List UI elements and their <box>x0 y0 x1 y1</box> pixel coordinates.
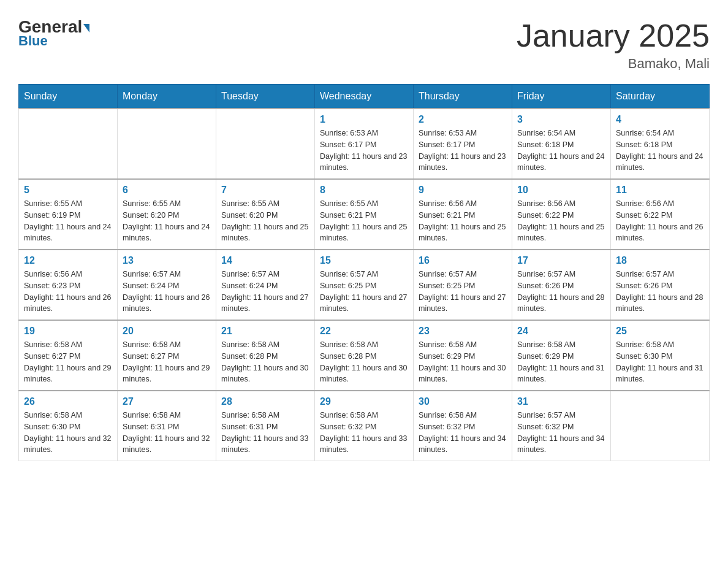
calendar-day-cell: 15Sunrise: 6:57 AM Sunset: 6:25 PM Dayli… <box>315 250 414 320</box>
day-info: Sunrise: 6:58 AM Sunset: 6:32 PM Dayligh… <box>419 410 507 456</box>
day-number: 26 <box>24 396 112 407</box>
calendar-day-cell: 18Sunrise: 6:57 AM Sunset: 6:26 PM Dayli… <box>611 250 710 320</box>
logo-blue-text: Blue <box>18 33 48 49</box>
day-number: 11 <box>616 185 704 196</box>
calendar-day-cell: 25Sunrise: 6:58 AM Sunset: 6:30 PM Dayli… <box>611 320 710 391</box>
day-number: 13 <box>123 255 211 266</box>
day-number: 1 <box>320 114 408 125</box>
calendar-day-header: Thursday <box>414 85 512 109</box>
day-info: Sunrise: 6:58 AM Sunset: 6:27 PM Dayligh… <box>24 339 112 385</box>
calendar-day-cell: 22Sunrise: 6:58 AM Sunset: 6:28 PM Dayli… <box>315 320 414 391</box>
day-number: 19 <box>24 326 112 337</box>
page-subtitle: Bamako, Mali <box>517 56 710 72</box>
day-number: 27 <box>123 396 211 407</box>
calendar-week-row: 1Sunrise: 6:53 AM Sunset: 6:17 PM Daylig… <box>19 109 710 179</box>
day-number: 18 <box>616 255 704 266</box>
logo-arrow-icon <box>83 24 89 33</box>
calendar-day-cell: 24Sunrise: 6:58 AM Sunset: 6:29 PM Dayli… <box>512 320 611 391</box>
day-info: Sunrise: 6:58 AM Sunset: 6:32 PM Dayligh… <box>320 410 408 456</box>
day-number: 4 <box>616 114 704 125</box>
calendar-day-cell: 11Sunrise: 6:56 AM Sunset: 6:22 PM Dayli… <box>611 179 710 250</box>
day-info: Sunrise: 6:57 AM Sunset: 6:24 PM Dayligh… <box>221 269 309 315</box>
calendar-day-cell: 14Sunrise: 6:57 AM Sunset: 6:24 PM Dayli… <box>216 250 315 320</box>
day-info: Sunrise: 6:55 AM Sunset: 6:21 PM Dayligh… <box>320 198 408 244</box>
calendar-day-cell: 12Sunrise: 6:56 AM Sunset: 6:23 PM Dayli… <box>19 250 118 320</box>
day-info: Sunrise: 6:58 AM Sunset: 6:29 PM Dayligh… <box>517 339 605 385</box>
day-info: Sunrise: 6:55 AM Sunset: 6:20 PM Dayligh… <box>221 198 309 244</box>
day-number: 3 <box>517 114 605 125</box>
calendar-day-cell: 3Sunrise: 6:54 AM Sunset: 6:18 PM Daylig… <box>512 109 611 179</box>
calendar-day-cell: 21Sunrise: 6:58 AM Sunset: 6:28 PM Dayli… <box>216 320 315 391</box>
calendar-week-row: 26Sunrise: 6:58 AM Sunset: 6:30 PM Dayli… <box>19 391 710 461</box>
day-info: Sunrise: 6:56 AM Sunset: 6:23 PM Dayligh… <box>24 269 112 315</box>
day-number: 14 <box>221 255 309 266</box>
day-number: 10 <box>517 185 605 196</box>
calendar-day-cell: 30Sunrise: 6:58 AM Sunset: 6:32 PM Dayli… <box>414 391 512 461</box>
day-number: 8 <box>320 185 408 196</box>
calendar-header-row: SundayMondayTuesdayWednesdayThursdayFrid… <box>19 85 710 109</box>
day-info: Sunrise: 6:57 AM Sunset: 6:25 PM Dayligh… <box>320 269 408 315</box>
day-number: 31 <box>517 396 605 407</box>
day-number: 30 <box>419 396 507 407</box>
calendar-day-cell: 17Sunrise: 6:57 AM Sunset: 6:26 PM Dayli… <box>512 250 611 320</box>
calendar-day-cell: 28Sunrise: 6:58 AM Sunset: 6:31 PM Dayli… <box>216 391 315 461</box>
day-number: 6 <box>123 185 211 196</box>
day-number: 15 <box>320 255 408 266</box>
calendar-day-header: Wednesday <box>315 85 414 109</box>
calendar-day-cell <box>118 109 216 179</box>
day-info: Sunrise: 6:57 AM Sunset: 6:26 PM Dayligh… <box>616 269 704 315</box>
day-number: 16 <box>419 255 507 266</box>
calendar-day-cell: 29Sunrise: 6:58 AM Sunset: 6:32 PM Dayli… <box>315 391 414 461</box>
calendar-day-cell: 7Sunrise: 6:55 AM Sunset: 6:20 PM Daylig… <box>216 179 315 250</box>
day-info: Sunrise: 6:56 AM Sunset: 6:22 PM Dayligh… <box>616 198 704 244</box>
calendar-day-cell: 16Sunrise: 6:57 AM Sunset: 6:25 PM Dayli… <box>414 250 512 320</box>
day-number: 17 <box>517 255 605 266</box>
day-info: Sunrise: 6:57 AM Sunset: 6:26 PM Dayligh… <box>517 269 605 315</box>
day-number: 23 <box>419 326 507 337</box>
calendar-day-cell: 1Sunrise: 6:53 AM Sunset: 6:17 PM Daylig… <box>315 109 414 179</box>
day-info: Sunrise: 6:58 AM Sunset: 6:29 PM Dayligh… <box>419 339 507 385</box>
day-number: 25 <box>616 326 704 337</box>
calendar-day-cell <box>216 109 315 179</box>
day-number: 22 <box>320 326 408 337</box>
calendar-day-header: Sunday <box>19 85 118 109</box>
calendar-day-cell: 13Sunrise: 6:57 AM Sunset: 6:24 PM Dayli… <box>118 250 216 320</box>
title-block: January 2025 Bamako, Mali <box>517 18 710 72</box>
day-number: 2 <box>419 114 507 125</box>
calendar-day-header: Friday <box>512 85 611 109</box>
day-number: 24 <box>517 326 605 337</box>
day-info: Sunrise: 6:57 AM Sunset: 6:32 PM Dayligh… <box>517 410 605 456</box>
day-info: Sunrise: 6:57 AM Sunset: 6:25 PM Dayligh… <box>419 269 507 315</box>
calendar-day-cell: 5Sunrise: 6:55 AM Sunset: 6:19 PM Daylig… <box>19 179 118 250</box>
calendar-week-row: 5Sunrise: 6:55 AM Sunset: 6:19 PM Daylig… <box>19 179 710 250</box>
day-info: Sunrise: 6:54 AM Sunset: 6:18 PM Dayligh… <box>616 128 704 174</box>
day-number: 28 <box>221 396 309 407</box>
calendar-week-row: 12Sunrise: 6:56 AM Sunset: 6:23 PM Dayli… <box>19 250 710 320</box>
day-number: 7 <box>221 185 309 196</box>
calendar-day-cell: 31Sunrise: 6:57 AM Sunset: 6:32 PM Dayli… <box>512 391 611 461</box>
calendar-day-cell: 27Sunrise: 6:58 AM Sunset: 6:31 PM Dayli… <box>118 391 216 461</box>
page-header: General Blue January 2025 Bamako, Mali <box>18 18 710 72</box>
logo: General Blue <box>18 18 89 49</box>
day-info: Sunrise: 6:58 AM Sunset: 6:30 PM Dayligh… <box>24 410 112 456</box>
day-info: Sunrise: 6:56 AM Sunset: 6:22 PM Dayligh… <box>517 198 605 244</box>
calendar-day-cell: 9Sunrise: 6:56 AM Sunset: 6:21 PM Daylig… <box>414 179 512 250</box>
calendar-day-header: Saturday <box>611 85 710 109</box>
calendar-day-cell <box>611 391 710 461</box>
day-number: 9 <box>419 185 507 196</box>
calendar-day-cell: 8Sunrise: 6:55 AM Sunset: 6:21 PM Daylig… <box>315 179 414 250</box>
day-number: 21 <box>221 326 309 337</box>
day-info: Sunrise: 6:54 AM Sunset: 6:18 PM Dayligh… <box>517 128 605 174</box>
day-info: Sunrise: 6:58 AM Sunset: 6:28 PM Dayligh… <box>320 339 408 385</box>
calendar-day-cell: 23Sunrise: 6:58 AM Sunset: 6:29 PM Dayli… <box>414 320 512 391</box>
calendar-day-cell: 19Sunrise: 6:58 AM Sunset: 6:27 PM Dayli… <box>19 320 118 391</box>
day-number: 20 <box>123 326 211 337</box>
day-info: Sunrise: 6:56 AM Sunset: 6:21 PM Dayligh… <box>419 198 507 244</box>
day-info: Sunrise: 6:58 AM Sunset: 6:30 PM Dayligh… <box>616 339 704 385</box>
page-title: January 2025 <box>517 18 710 53</box>
day-info: Sunrise: 6:58 AM Sunset: 6:28 PM Dayligh… <box>221 339 309 385</box>
calendar-day-cell <box>19 109 118 179</box>
day-info: Sunrise: 6:55 AM Sunset: 6:20 PM Dayligh… <box>123 198 211 244</box>
day-number: 12 <box>24 255 112 266</box>
day-info: Sunrise: 6:53 AM Sunset: 6:17 PM Dayligh… <box>419 128 507 174</box>
